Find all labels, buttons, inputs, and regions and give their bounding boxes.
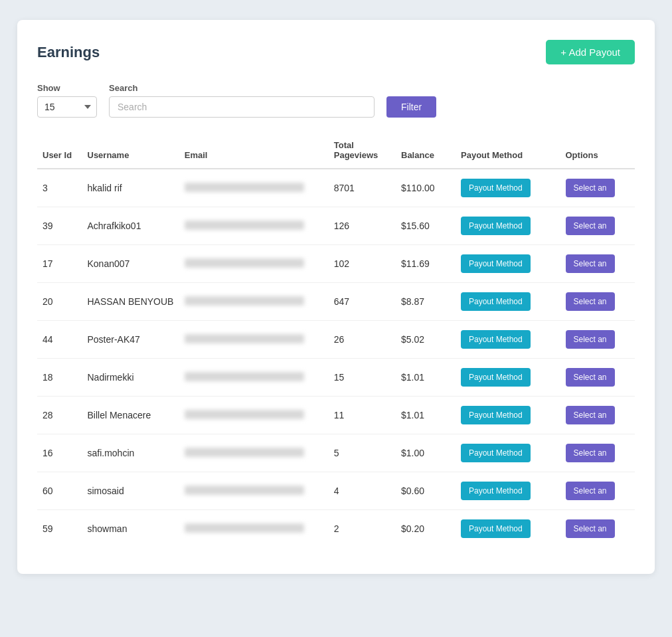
- cell-balance: $8.87: [396, 283, 456, 321]
- cell-email: [179, 321, 329, 359]
- cell-username: Nadirmekki: [82, 359, 179, 397]
- cell-username: showman: [82, 510, 179, 548]
- payout-method-button[interactable]: Payout Method: [461, 330, 531, 349]
- header-email: Email: [179, 134, 329, 169]
- table-row: 17 Konan007 102 $11.69 Payout Method Sel…: [37, 245, 635, 283]
- show-select[interactable]: 15 25 50 100: [37, 96, 97, 118]
- payout-method-button[interactable]: Payout Method: [461, 482, 531, 500]
- select-option-button[interactable]: Select an: [566, 482, 615, 500]
- header-pageviews: Total Pageviews: [329, 134, 396, 169]
- payout-method-button[interactable]: Payout Method: [461, 368, 531, 387]
- cell-userid: 39: [37, 207, 82, 245]
- select-option-button[interactable]: Select an: [566, 406, 615, 424]
- cell-userid: 28: [37, 397, 82, 434]
- cell-payout-method: Payout Method: [456, 359, 560, 397]
- cell-userid: 3: [37, 169, 82, 207]
- cell-balance: $5.02: [396, 321, 456, 359]
- payout-method-button[interactable]: Payout Method: [461, 254, 531, 273]
- cell-email: [179, 434, 329, 472]
- cell-options: Select an: [560, 169, 635, 207]
- select-option-button[interactable]: Select an: [566, 254, 615, 273]
- cell-userid: 20: [37, 283, 82, 321]
- cell-userid: 60: [37, 472, 82, 510]
- payout-method-button[interactable]: Payout Method: [461, 406, 531, 424]
- cell-options: Select an: [560, 359, 635, 397]
- search-control: Search: [109, 83, 375, 118]
- cell-options: Select an: [560, 245, 635, 283]
- cell-balance: $0.20: [396, 510, 456, 548]
- cell-options: Select an: [560, 321, 635, 359]
- payout-method-button[interactable]: Payout Method: [461, 179, 531, 197]
- payout-method-button[interactable]: Payout Method: [461, 217, 531, 235]
- earnings-table: User Id Username Email Total Pageviews B…: [37, 134, 635, 547]
- cell-balance: $1.01: [396, 397, 456, 434]
- select-option-button[interactable]: Select an: [566, 444, 615, 462]
- email-blurred: [185, 183, 304, 192]
- header-userid: User Id: [37, 134, 82, 169]
- select-option-button[interactable]: Select an: [566, 179, 615, 197]
- page-title: Earnings: [37, 44, 100, 61]
- cell-options: Select an: [560, 207, 635, 245]
- cell-pageviews: 102: [329, 245, 396, 283]
- cell-email: [179, 397, 329, 434]
- table-header-row: User Id Username Email Total Pageviews B…: [37, 134, 635, 169]
- cell-payout-method: Payout Method: [456, 510, 560, 548]
- cell-balance: $1.01: [396, 359, 456, 397]
- cell-options: Select an: [560, 397, 635, 434]
- cell-pageviews: 2: [329, 510, 396, 548]
- cell-pageviews: 11: [329, 397, 396, 434]
- cell-balance: $110.00: [396, 169, 456, 207]
- select-option-button[interactable]: Select an: [566, 292, 615, 311]
- cell-options: Select an: [560, 510, 635, 548]
- search-label: Search: [109, 83, 375, 93]
- cell-payout-method: Payout Method: [456, 207, 560, 245]
- earnings-card: Earnings + Add Payout Show 15 25 50 100 …: [17, 20, 655, 574]
- cell-pageviews: 4: [329, 472, 396, 510]
- select-option-button[interactable]: Select an: [566, 330, 615, 349]
- cell-userid: 44: [37, 321, 82, 359]
- table-row: 59 showman 2 $0.20 Payout Method Select …: [37, 510, 635, 548]
- email-blurred: [185, 410, 304, 419]
- cell-payout-method: Payout Method: [456, 472, 560, 510]
- cell-email: [179, 472, 329, 510]
- cell-payout-method: Payout Method: [456, 434, 560, 472]
- cell-balance: $0.60: [396, 472, 456, 510]
- cell-username: simosaid: [82, 472, 179, 510]
- table-row: 60 simosaid 4 $0.60 Payout Method Select…: [37, 472, 635, 510]
- table-row: 44 Poster-AK47 26 $5.02 Payout Method Se…: [37, 321, 635, 359]
- payout-method-button[interactable]: Payout Method: [461, 519, 531, 538]
- cell-email: [179, 245, 329, 283]
- table-row: 18 Nadirmekki 15 $1.01 Payout Method Sel…: [37, 359, 635, 397]
- cell-username: Billel Menacere: [82, 397, 179, 434]
- cell-email: [179, 359, 329, 397]
- cell-pageviews: 26: [329, 321, 396, 359]
- cell-pageviews: 647: [329, 283, 396, 321]
- cell-balance: $11.69: [396, 245, 456, 283]
- email-blurred: [185, 334, 304, 343]
- select-option-button[interactable]: Select an: [566, 519, 615, 538]
- select-option-button[interactable]: Select an: [566, 368, 615, 387]
- email-blurred: [185, 523, 304, 533]
- cell-email: [179, 283, 329, 321]
- payout-method-button[interactable]: Payout Method: [461, 292, 531, 311]
- payout-method-button[interactable]: Payout Method: [461, 444, 531, 462]
- show-control: Show 15 25 50 100: [37, 83, 97, 118]
- filter-button[interactable]: Filter: [386, 96, 436, 118]
- cell-username: Poster-AK47: [82, 321, 179, 359]
- cell-pageviews: 15: [329, 359, 396, 397]
- select-option-button[interactable]: Select an: [566, 217, 615, 235]
- table-row: 3 hkalid rif 8701 $110.00 Payout Method …: [37, 169, 635, 207]
- search-input[interactable]: [109, 96, 375, 118]
- cell-userid: 18: [37, 359, 82, 397]
- controls-row: Show 15 25 50 100 Search Filter: [37, 83, 635, 118]
- email-blurred: [185, 486, 304, 495]
- cell-options: Select an: [560, 434, 635, 472]
- table-row: 39 Achrafkiko01 126 $15.60 Payout Method…: [37, 207, 635, 245]
- cell-userid: 17: [37, 245, 82, 283]
- card-header: Earnings + Add Payout: [37, 40, 635, 64]
- cell-username: safi.mohcin: [82, 434, 179, 472]
- header-username: Username: [82, 134, 179, 169]
- add-payout-button[interactable]: + Add Payout: [546, 40, 635, 64]
- cell-username: Konan007: [82, 245, 179, 283]
- table-row: 28 Billel Menacere 11 $1.01 Payout Metho…: [37, 397, 635, 434]
